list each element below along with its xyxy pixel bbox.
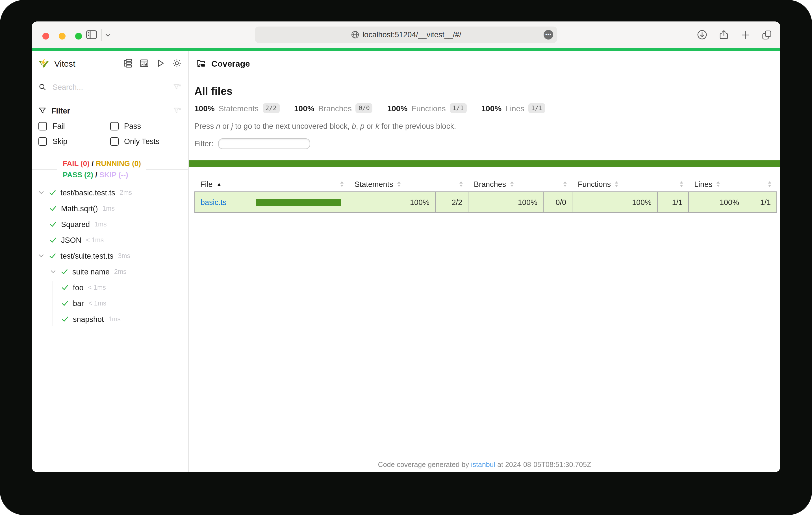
column-header-file[interactable]: File▲ bbox=[195, 177, 250, 192]
dashboard-icon[interactable] bbox=[140, 59, 149, 68]
column-header-statements-frac[interactable] bbox=[435, 177, 468, 192]
file-link[interactable]: basic.ts bbox=[201, 198, 227, 206]
only-tests-checkbox-box[interactable] bbox=[110, 137, 118, 146]
search-icon bbox=[38, 83, 46, 91]
column-header-branches-frac[interactable] bbox=[543, 177, 572, 192]
checkbox-pass[interactable]: Pass bbox=[110, 122, 181, 130]
fail-checkbox-box[interactable] bbox=[38, 122, 47, 130]
tree-item-test[interactable]: JSON < 1ms bbox=[44, 232, 188, 248]
address-bar[interactable]: localhost:51204/__vitest__/#/ ••• bbox=[255, 27, 557, 43]
screenshot-background: localhost:51204/__vitest__/#/ ••• bbox=[0, 0, 812, 515]
fail-label: Fail bbox=[53, 122, 65, 130]
test-label: test/basic.test.ts bbox=[60, 188, 115, 197]
pass-check-icon bbox=[49, 220, 57, 228]
statements-pct: 100% bbox=[194, 103, 215, 113]
sorter-icon[interactable] bbox=[767, 181, 771, 187]
column-header-bar[interactable] bbox=[250, 177, 349, 192]
sidebar-toggle-icon[interactable] bbox=[86, 30, 97, 39]
test-label: bar bbox=[73, 299, 84, 307]
pass-count: PASS (2) bbox=[63, 171, 93, 179]
test-summary-divider: FAIL (0) / RUNNING (0) PASS (2) / SKIP (… bbox=[32, 170, 188, 170]
column-header-functions-frac[interactable] bbox=[658, 177, 689, 192]
clear-filter-icon[interactable] bbox=[173, 107, 181, 115]
column-header-statements[interactable]: Statements bbox=[349, 177, 435, 192]
fail-count: FAIL (0) bbox=[63, 159, 90, 168]
tree-item-test[interactable]: Math.sqrt() 1ms bbox=[44, 201, 188, 216]
tree-item-test[interactable]: snapshot 1ms bbox=[55, 311, 188, 327]
pass-check-icon bbox=[61, 299, 69, 307]
column-header-branches[interactable]: Branches bbox=[468, 177, 543, 192]
tab-overview-icon[interactable] bbox=[762, 30, 772, 40]
new-tab-icon[interactable] bbox=[740, 30, 750, 40]
sorter-icon[interactable] bbox=[510, 181, 513, 187]
tree-view-icon[interactable] bbox=[123, 59, 132, 68]
tree-item-test[interactable]: bar < 1ms bbox=[55, 295, 188, 311]
test-label: foo bbox=[73, 283, 84, 292]
branches-pct: 100% bbox=[294, 103, 315, 113]
column-header-functions[interactable]: Functions bbox=[572, 177, 658, 192]
downloads-icon[interactable] bbox=[697, 29, 707, 40]
test-run-summary: FAIL (0) / RUNNING (0) PASS (2) / SKIP (… bbox=[57, 158, 147, 181]
sorter-icon[interactable] bbox=[459, 181, 463, 187]
chevron-down-icon[interactable] bbox=[49, 268, 57, 276]
checkbox-fail[interactable]: Fail bbox=[38, 122, 110, 130]
sorter-icon[interactable] bbox=[340, 181, 343, 187]
test-run-progress-bar bbox=[32, 48, 780, 51]
sorter-icon[interactable] bbox=[563, 181, 567, 187]
theme-toggle-sun-icon[interactable] bbox=[172, 59, 181, 68]
coverage-bar bbox=[256, 199, 341, 206]
sorter-icon[interactable] bbox=[717, 181, 720, 187]
clear-search-filter-icon[interactable] bbox=[173, 83, 181, 91]
statements-fraction-badge: 2/2 bbox=[262, 103, 280, 113]
checkbox-skip[interactable]: Skip bbox=[38, 137, 110, 146]
table-row: basic.ts 100% 2/2 100% 0/0 100% 1/1 100%… bbox=[195, 192, 777, 213]
tree-item-file[interactable]: test/suite.test.ts 3ms bbox=[32, 248, 188, 264]
column-header-lines[interactable]: Lines bbox=[689, 177, 745, 192]
column-header-lines-frac[interactable] bbox=[745, 177, 777, 192]
skip-count: SKIP (--) bbox=[99, 171, 128, 179]
coverage-header: Coverage bbox=[189, 51, 780, 76]
tab-chevron-icon[interactable] bbox=[105, 31, 111, 38]
pass-check-icon bbox=[49, 252, 57, 260]
running-count: RUNNING (0) bbox=[96, 159, 141, 168]
table-header-row: File▲ Statements Branches Functions Line… bbox=[195, 177, 777, 192]
minimize-window-button[interactable] bbox=[59, 32, 65, 39]
test-duration: 2ms bbox=[120, 189, 132, 196]
sorter-icon[interactable] bbox=[679, 181, 683, 187]
run-all-icon[interactable] bbox=[156, 59, 165, 68]
pass-check-icon bbox=[49, 236, 57, 244]
search-row bbox=[32, 76, 188, 98]
chevron-down-icon[interactable] bbox=[37, 189, 45, 196]
app-title: Vitest bbox=[54, 58, 76, 68]
report-filter-input[interactable] bbox=[218, 138, 310, 149]
sorter-icon[interactable] bbox=[397, 181, 401, 187]
tree-item-suite[interactable]: suite name 2ms bbox=[44, 264, 188, 279]
checkbox-only-tests[interactable]: Only Tests bbox=[110, 137, 181, 146]
sort-ascending-icon: ▲ bbox=[217, 181, 222, 187]
search-input[interactable] bbox=[51, 82, 168, 92]
stat-functions: 100% Functions 1/1 bbox=[387, 103, 467, 113]
lines-frac-cell: 1/1 bbox=[745, 192, 777, 213]
pass-checkbox-box[interactable] bbox=[110, 122, 118, 130]
globe-icon bbox=[351, 30, 359, 39]
test-label: Math.sqrt() bbox=[61, 204, 98, 213]
tree-item-file[interactable]: test/basic.test.ts 2ms bbox=[32, 185, 188, 201]
test-duration: 1ms bbox=[109, 316, 121, 323]
functions-pct: 100% bbox=[387, 103, 408, 113]
page-settings-button[interactable]: ••• bbox=[544, 30, 553, 39]
skip-label: Skip bbox=[53, 137, 67, 146]
traffic-lights bbox=[42, 32, 82, 39]
close-window-button[interactable] bbox=[42, 32, 49, 39]
statements-frac-cell: 2/2 bbox=[435, 192, 468, 213]
istanbul-link[interactable]: istanbul bbox=[471, 461, 495, 469]
skip-checkbox-box[interactable] bbox=[38, 137, 47, 146]
tree-item-test[interactable]: Squared 1ms bbox=[44, 216, 188, 232]
maximize-window-button[interactable] bbox=[75, 32, 82, 39]
test-label: Squared bbox=[61, 220, 90, 229]
sidebar-header: Vitest bbox=[32, 51, 188, 76]
sorter-icon[interactable] bbox=[615, 181, 618, 187]
chevron-down-icon[interactable] bbox=[37, 252, 45, 260]
tree-item-test[interactable]: foo < 1ms bbox=[55, 279, 188, 295]
statements-label: Statements bbox=[219, 103, 259, 113]
share-icon[interactable] bbox=[719, 29, 729, 40]
